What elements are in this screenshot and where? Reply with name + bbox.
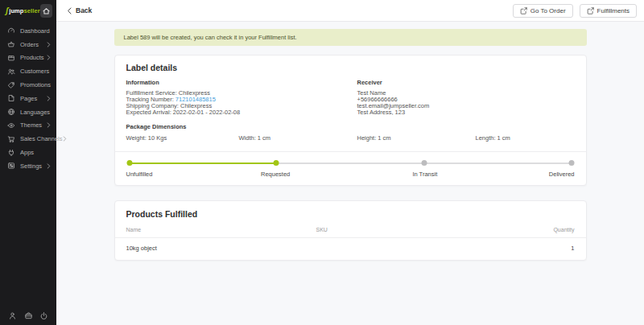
sidebar-item-customers[interactable]: Customers: [0, 64, 56, 78]
length-value: Length: 1 cm: [476, 134, 575, 142]
back-button[interactable]: Back: [67, 6, 92, 14]
column-sku: SKU: [316, 224, 489, 238]
sidebar-item-dashboard[interactable]: Dashboard: [0, 24, 56, 38]
sales-channels-icon: [7, 135, 15, 143]
orders-icon: [7, 40, 15, 48]
step-dot-delivered: [568, 160, 574, 166]
go-to-order-button[interactable]: Go To Order: [513, 4, 573, 18]
receiver-section: Receiver Test Name +56966666666 test.ema…: [357, 79, 575, 116]
content: Label 589 will be created, you can check…: [56, 22, 644, 325]
sidebar-item-sales-channels[interactable]: Sales Channels: [0, 132, 56, 146]
sidebar-item-promotions[interactable]: Promotions: [0, 78, 56, 92]
sidebar-footer: [0, 311, 56, 320]
product-quantity-cell: 1: [489, 238, 586, 261]
stepper-labels: Unfulfilled Requested In Transit Deliver…: [126, 171, 575, 178]
topbar-actions: Go To Order Fulfillments: [513, 4, 637, 18]
sidebar-item-label: Pages: [20, 95, 37, 102]
products-table-header: Name SKU Quantity: [115, 224, 586, 238]
step-label-requested: Requested: [261, 171, 290, 178]
pages-icon: [7, 94, 15, 102]
fulfillment-stepper: Unfulfilled Requested In Transit Deliver…: [115, 152, 586, 185]
expected-arrival-line: Expected Arrival:2022-02-01 - 2022-02-08: [126, 109, 357, 116]
go-to-order-label: Go To Order: [530, 7, 566, 14]
products-table: Name SKU Quantity 10kg object 1: [115, 224, 586, 260]
chevron-left-icon: [67, 7, 72, 14]
jumpseller-logo-icon: ʃ: [6, 7, 8, 15]
sidebar-item-orders[interactable]: Orders: [0, 38, 56, 51]
stepper-track: [130, 160, 572, 166]
sidebar-nav: Dashboard Orders Products Customers Prom…: [0, 24, 56, 173]
home-icon: [42, 6, 51, 15]
column-name: Name: [115, 224, 316, 238]
topbar: Back Go To Order Fulfillments: [56, 0, 644, 22]
sidebar-item-languages[interactable]: Languages: [0, 105, 56, 119]
sidebar: ʃ jumpseller Dashboard Orders Products: [0, 0, 56, 325]
account-icon[interactable]: [8, 311, 17, 320]
home-button[interactable]: [40, 4, 52, 18]
sidebar-item-label: Orders: [20, 41, 39, 48]
fulfillments-label: Fulfillments: [597, 7, 630, 14]
stepper-progress: [130, 162, 277, 164]
back-label: Back: [76, 6, 92, 14]
store-icon[interactable]: [24, 311, 33, 320]
sidebar-item-label: Promotions: [20, 81, 51, 88]
sidebar-item-themes[interactable]: Themes: [0, 119, 56, 133]
external-link-icon: [520, 7, 527, 14]
width-value: Width: 1 cm: [239, 134, 357, 142]
chevron-right-icon: [47, 96, 51, 101]
package-dimensions-heading: Package Dimensions: [126, 123, 575, 130]
chevron-right-icon: [47, 122, 51, 128]
sidebar-item-products[interactable]: Products: [0, 51, 56, 65]
chevron-right-icon: [47, 42, 51, 47]
sidebar-item-settings[interactable]: Settings: [0, 159, 56, 173]
product-sku-cell: [316, 238, 489, 261]
weight-value: Weight: 10 Kgs: [126, 134, 239, 142]
column-quantity: Quantity: [489, 224, 586, 238]
line-value: 2022-02-01 - 2022-02-08: [173, 109, 240, 116]
chevron-right-icon: [47, 163, 51, 169]
sidebar-item-label: Dashboard: [20, 27, 50, 35]
step-dot-in-transit: [421, 160, 427, 166]
sidebar-item-label: Sales Channels: [20, 135, 63, 142]
step-label-in-transit: In Transit: [412, 171, 437, 178]
step-dot-requested: [274, 160, 279, 166]
power-icon[interactable]: [39, 311, 48, 320]
sidebar-item-label: Customers: [20, 68, 49, 75]
dashboard-icon: [7, 27, 15, 35]
themes-icon: [7, 121, 15, 130]
sidebar-item-label: Settings: [20, 162, 42, 170]
products-icon: [7, 54, 15, 62]
sidebar-item-label: Themes: [20, 121, 42, 129]
promotions-icon: [7, 81, 15, 89]
chevron-right-icon: [63, 136, 67, 142]
languages-icon: [7, 108, 15, 116]
step-dot-unfulfilled: [126, 160, 132, 166]
product-name-cell: 10kg object: [115, 238, 316, 261]
app-window: ʃ jumpseller Dashboard Orders Products: [0, 0, 644, 325]
customers-icon: [7, 68, 15, 76]
height-value: Height: 1 cm: [357, 134, 476, 142]
sidebar-item-apps[interactable]: Apps: [0, 146, 56, 159]
line-label: Expected Arrival:: [126, 109, 171, 116]
fulfillments-button[interactable]: Fulfillments: [580, 4, 637, 18]
receiver-address: Test Address, 123: [357, 109, 575, 116]
products-fulfilled-card: Products Fulfilled Name SKU Quantity: [114, 200, 587, 261]
settings-icon: [7, 162, 15, 170]
table-row: 10kg object 1: [115, 238, 586, 261]
step-label-delivered: Delivered: [549, 171, 575, 178]
information-section: Information Fulfillment Service:Chilexpr…: [126, 79, 357, 116]
sidebar-item-pages[interactable]: Pages: [0, 92, 56, 105]
jumpseller-logo[interactable]: jumpseller: [9, 7, 40, 14]
label-details-card: Label details Information Fulfillment Se…: [114, 55, 587, 186]
package-dimensions-row: Weight: 10 Kgs Width: 1 cm Height: 1 cm …: [126, 134, 575, 151]
success-alert: Label 589 will be created, you can check…: [114, 29, 587, 46]
sidebar-header: ʃ jumpseller: [0, 0, 56, 22]
label-details-title: Label details: [126, 63, 575, 72]
products-fulfilled-title: Products Fulfilled: [115, 201, 586, 219]
chevron-right-icon: [47, 55, 51, 60]
information-heading: Information: [126, 79, 357, 86]
receiver-heading: Receiver: [357, 79, 575, 86]
apps-icon: [7, 149, 15, 157]
sidebar-item-label: Apps: [20, 149, 34, 156]
main-area: Back Go To Order Fulfillments Label 589 …: [56, 0, 644, 325]
